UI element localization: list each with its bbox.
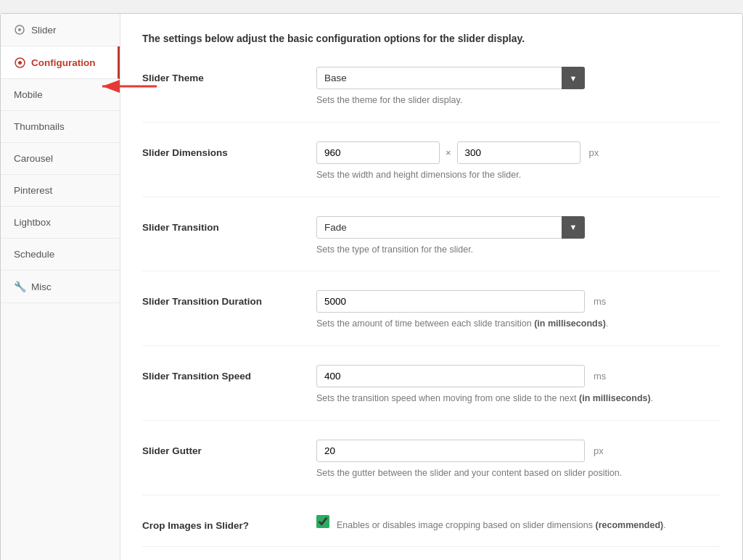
slider-theme-label: Slider Theme <box>142 67 316 83</box>
sidebar-item-carousel-label: Carousel <box>14 153 53 164</box>
transition-speed-input-row: ms <box>316 365 721 387</box>
slider-gutter-description: Sets the gutter between the slider and y… <box>316 466 721 480</box>
transition-speed-unit: ms <box>594 371 606 382</box>
transition-speed-control: ms Sets the transition speed when moving… <box>316 365 721 405</box>
slider-width-input[interactable] <box>316 141 440 164</box>
sidebar-item-misc[interactable]: 🔧 Misc <box>1 271 120 303</box>
svg-point-1 <box>18 28 21 31</box>
svg-point-3 <box>18 61 22 65</box>
crop-images-checkbox-row: Enables or disables image cropping based… <box>316 514 721 532</box>
setting-slider-dimensions: Slider Dimensions × px Sets the width an… <box>142 141 721 197</box>
sidebar-item-configuration-label: Configuration <box>31 57 95 68</box>
configuration-icon <box>14 57 25 68</box>
misc-icon: 🔧 <box>14 281 25 292</box>
transition-duration-description: Sets the amount of time between each sli… <box>316 317 721 331</box>
crop-images-description: Enables or disables image cropping based… <box>337 519 666 532</box>
transition-speed-label: Slider Transition Speed <box>142 365 316 382</box>
slider-transition-description: Sets the type of transition for the slid… <box>316 243 721 257</box>
slider-dimensions-control: × px Sets the width and height dimension… <box>316 141 721 182</box>
slider-icon <box>14 24 25 36</box>
crop-images-label: Crop Images in Slider? <box>142 514 316 531</box>
sidebar-item-misc-label: Misc <box>31 281 52 292</box>
crop-images-control: Enables or disables image cropping based… <box>316 514 721 532</box>
slider-gutter-control: px Sets the gutter between the slider an… <box>316 440 721 480</box>
setting-slider-theme: Slider Theme Base Dark Light ▼ Sets the … <box>142 67 721 123</box>
setting-crop-images: Crop Images in Slider? Enables or disabl… <box>142 514 721 548</box>
slider-gutter-input[interactable] <box>316 440 585 462</box>
slider-transition-control: Fade Slide None ▼ Sets the type of trans… <box>316 216 721 257</box>
transition-speed-input[interactable] <box>316 365 585 387</box>
sidebar-item-thumbnails[interactable]: Thumbnails <box>1 111 120 143</box>
dimension-x-separator: × <box>446 147 451 158</box>
transition-speed-description: Sets the transition speed when moving fr… <box>316 392 721 405</box>
sidebar: Slider Configuration Mobile Thumbnails C… <box>1 14 120 560</box>
sidebar-item-lightbox[interactable]: Lightbox <box>1 207 120 239</box>
setting-slider-gutter: Slider Gutter px Sets the gutter between… <box>142 440 721 495</box>
sidebar-item-mobile[interactable]: Mobile <box>1 79 120 111</box>
transition-duration-input-row: ms <box>316 290 721 313</box>
slider-transition-select[interactable]: Fade Slide None <box>316 216 585 239</box>
slider-theme-control: Base Dark Light ▼ Sets the theme for the… <box>316 67 721 107</box>
main-content: The settings below adjust the basic conf… <box>120 14 742 560</box>
slider-gutter-input-row: px <box>316 440 721 462</box>
setting-transition-speed: Slider Transition Speed ms Sets the tran… <box>142 365 721 421</box>
transition-duration-unit: ms <box>594 296 606 307</box>
sidebar-item-configuration[interactable]: Configuration <box>1 46 120 79</box>
slider-dimensions-label: Slider Dimensions <box>142 141 316 158</box>
sidebar-item-thumbnails-label: Thumbnails <box>14 121 65 132</box>
sidebar-item-slider-label: Slider <box>31 25 57 36</box>
setting-transition-duration: Slider Transition Duration ms Sets the a… <box>142 290 721 346</box>
page-intro: The settings below adjust the basic conf… <box>142 31 721 46</box>
slider-theme-select[interactable]: Base Dark Light <box>316 67 585 89</box>
sidebar-item-schedule-label: Schedule <box>14 249 54 260</box>
dimension-unit: px <box>589 147 599 158</box>
slider-theme-select-wrapper[interactable]: Base Dark Light ▼ <box>316 67 585 89</box>
transition-duration-control: ms Sets the amount of time between each … <box>316 290 721 331</box>
crop-images-checkbox[interactable] <box>316 515 329 528</box>
dimension-inputs: × px <box>316 141 721 164</box>
slider-transition-select-wrapper[interactable]: Fade Slide None ▼ <box>316 216 585 239</box>
sidebar-item-schedule[interactable]: Schedule <box>1 239 120 271</box>
transition-duration-input[interactable] <box>316 290 585 313</box>
transition-duration-label: Slider Transition Duration <box>142 290 316 307</box>
slider-theme-description: Sets the theme for the slider display. <box>316 94 721 107</box>
slider-dimensions-description: Sets the width and height dimensions for… <box>316 168 721 182</box>
sidebar-item-mobile-label: Mobile <box>14 89 43 100</box>
slider-transition-label: Slider Transition <box>142 216 316 233</box>
setting-slider-transition: Slider Transition Fade Slide None ▼ Sets… <box>142 216 721 272</box>
sidebar-item-pinterest[interactable]: Pinterest <box>1 175 120 207</box>
slider-gutter-unit: px <box>594 445 604 456</box>
app-container: Slider Configuration Mobile Thumbnails C… <box>0 13 743 560</box>
sidebar-item-carousel[interactable]: Carousel <box>1 143 120 175</box>
sidebar-item-lightbox-label: Lightbox <box>14 217 51 228</box>
slider-height-input[interactable] <box>457 141 580 164</box>
sidebar-item-pinterest-label: Pinterest <box>14 185 52 196</box>
slider-gutter-label: Slider Gutter <box>142 440 316 456</box>
sidebar-item-slider[interactable]: Slider <box>1 14 120 46</box>
